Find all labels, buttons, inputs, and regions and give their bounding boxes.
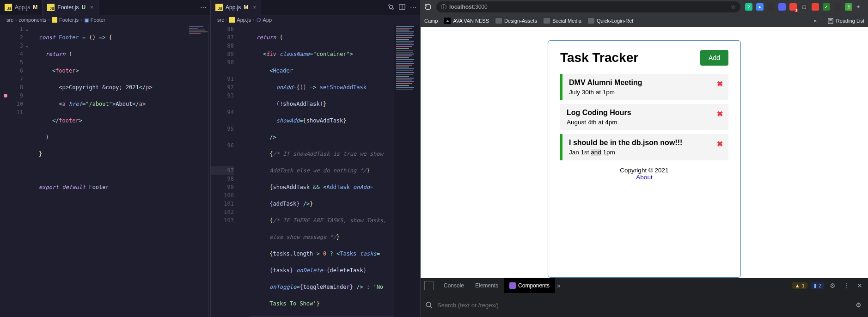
tab-untracked-badge: U — [81, 4, 86, 11]
address-bar[interactable]: ⓘ localhost:3000 ☆ — [436, 1, 740, 12]
breadcrumb[interactable]: src› components› Footer.js› ▣ Footer — [0, 15, 210, 25]
messages-badge[interactable]: ▮2 — [811, 282, 824, 289]
more-actions-icon[interactable]: ⋯ — [410, 4, 416, 11]
add-button[interactable]: Add — [700, 50, 728, 66]
ext-icon[interactable]: ▸ — [756, 3, 764, 11]
compare-icon[interactable] — [388, 4, 394, 11]
svg-rect-1 — [189, 28, 198, 29]
svg-rect-2 — [189, 30, 205, 30]
devtools: Console Elements Components » ▲1 ▮2 ⚙ ⋮ … — [421, 278, 868, 317]
close-icon[interactable]: × — [90, 4, 93, 11]
tab-label: App.js — [226, 4, 241, 11]
bookmarks-bar: Camp AAVA VAN NESS Design-Assets Social … — [421, 14, 868, 27]
crumb[interactable]: Footer.js — [59, 17, 79, 23]
tab-app-js[interactable]: JS App.js M — [0, 0, 43, 15]
breakpoint-icon[interactable] — [4, 94, 7, 98]
code-editor-left[interactable]: 1 2 3 4 5 6 7 8 9 10 11 ⌄ ⌄ const Footer… — [0, 25, 210, 317]
app-title: Task Tracker — [560, 50, 638, 65]
minimap[interactable] — [188, 25, 210, 53]
devtools-tab-components[interactable]: Components — [504, 278, 555, 293]
bookmark-item[interactable]: Camp — [424, 18, 438, 24]
site-info-icon[interactable]: ⓘ — [441, 3, 446, 11]
code-content[interactable]: return ( <div className="container"> <He… — [238, 25, 394, 317]
crumb[interactable]: components — [18, 17, 46, 23]
extension-icons: ? ▸ 2 ⬚ ✓ 🍃 ✦ — [745, 3, 864, 11]
tab-label: Footer.js — [57, 4, 79, 11]
breadcrumb[interactable]: src› App.js› ⬡ App — [211, 15, 420, 25]
split-editor-icon[interactable] — [399, 4, 405, 11]
delete-icon[interactable]: ✖ — [717, 79, 723, 88]
task-item[interactable]: I should be in the db.json now!!! Jan 1s… — [560, 134, 728, 160]
task-tracker-app: Task Tracker Add DMV Alumni Meeting July… — [548, 40, 741, 278]
gear-icon[interactable]: ⚙ — [828, 282, 837, 289]
crumb[interactable]: src — [217, 17, 224, 23]
bookmark-item[interactable]: AAVA VAN NESS — [444, 18, 489, 24]
tab-label: App.js — [15, 4, 30, 11]
editor-pane-right: JS App.js M × ⋯ src› App.js› ⬡ App 86 87… — [211, 0, 421, 317]
svg-point-13 — [426, 302, 431, 307]
bookmark-folder[interactable]: Social Media — [544, 18, 581, 24]
url-text: localhost:3000 — [449, 4, 488, 10]
close-icon[interactable]: × — [253, 4, 256, 11]
svg-line-14 — [430, 306, 432, 308]
bookmark-folder[interactable]: Design-Assets — [495, 18, 537, 24]
delete-icon[interactable]: ✖ — [717, 110, 723, 118]
devtools-search: ⚙ — [421, 293, 868, 317]
search-icon — [425, 301, 433, 309]
code-content[interactable]: const Footer = () => { return ( <footer>… — [28, 25, 210, 317]
tab-footer-js[interactable]: JS Footer.js U × — [43, 0, 98, 15]
ext-icon[interactable] — [778, 3, 786, 11]
bookmark-overflow-icon[interactable]: » — [814, 18, 817, 24]
ext-icon[interactable]: ? — [745, 3, 752, 11]
crumb[interactable]: Footer — [91, 17, 105, 23]
warnings-badge[interactable]: ▲1 — [792, 282, 807, 289]
ext-icon[interactable]: 🍃 — [845, 3, 852, 11]
devtools-overflow-icon[interactable]: » — [555, 282, 562, 289]
ext-icon[interactable]: 2 — [789, 3, 797, 11]
inspect-icon[interactable] — [424, 281, 434, 290]
svg-point-6 — [392, 8, 394, 10]
gear-icon[interactable]: ⚙ — [854, 301, 863, 309]
svg-point-5 — [389, 5, 391, 6]
reload-icon[interactable] — [424, 3, 432, 11]
crumb[interactable]: src — [6, 17, 13, 23]
bookmark-folder[interactable]: Quick-Login-Ref — [588, 18, 633, 24]
ext-icon[interactable] — [767, 3, 775, 11]
code-editor-right[interactable]: 86 87 88 89 90 91 92 93 94 95 96 97 98 9… — [211, 25, 420, 317]
close-icon[interactable]: ✕ — [855, 282, 864, 289]
js-icon — [52, 17, 57, 23]
ext-icon[interactable] — [812, 3, 819, 11]
task-text: Log Coding Hours — [567, 109, 722, 117]
js-icon: JS — [47, 4, 55, 11]
task-item[interactable]: DMV Alumni Meeting July 30th at 1pm ✖ — [560, 74, 728, 100]
devtools-tab-elements[interactable]: Elements — [470, 278, 504, 293]
editor-pane-left: JS App.js M JS Footer.js U × ⋯ src› comp… — [0, 0, 211, 317]
extensions-icon[interactable]: ✦ — [856, 4, 861, 10]
copyright-text: Copyright © 2021 — [560, 167, 728, 174]
ext-icon[interactable]: ⬚ — [801, 3, 808, 11]
message-icon: ▮ — [814, 283, 817, 289]
svg-rect-3 — [189, 31, 208, 32]
about-link[interactable]: About — [636, 174, 652, 181]
task-item[interactable]: Log Coding Hours August 4th at 4pm ✖ — [560, 104, 728, 130]
devtools-tab-console[interactable]: Console — [438, 278, 470, 293]
star-icon[interactable]: ☆ — [731, 4, 736, 10]
js-icon: JS — [215, 4, 223, 11]
warning-icon: ▲ — [795, 283, 800, 288]
reading-list-button[interactable]: Reading List — [827, 18, 864, 24]
svg-rect-4 — [189, 33, 201, 34]
folder-icon — [544, 18, 550, 24]
search-input[interactable] — [436, 301, 850, 309]
minimap[interactable] — [394, 25, 420, 317]
crumb[interactable]: App — [263, 17, 272, 23]
ext-icon[interactable]: ✓ — [823, 3, 830, 11]
browser-pane: ⓘ localhost:3000 ☆ ? ▸ 2 ⬚ ✓ 🍃 ✦ Camp AA… — [421, 0, 868, 317]
tab-app-js-right[interactable]: JS App.js M × — [211, 0, 261, 15]
crumb[interactable]: App.js — [237, 17, 251, 23]
more-icon[interactable]: ⋮ — [841, 282, 851, 289]
js-icon: JS — [5, 4, 12, 11]
delete-icon[interactable]: ✖ — [717, 140, 723, 148]
ext-icon[interactable] — [834, 3, 841, 11]
page-content: Task Tracker Add DMV Alumni Meeting July… — [421, 27, 868, 278]
more-actions-icon[interactable]: ⋯ — [200, 4, 207, 11]
